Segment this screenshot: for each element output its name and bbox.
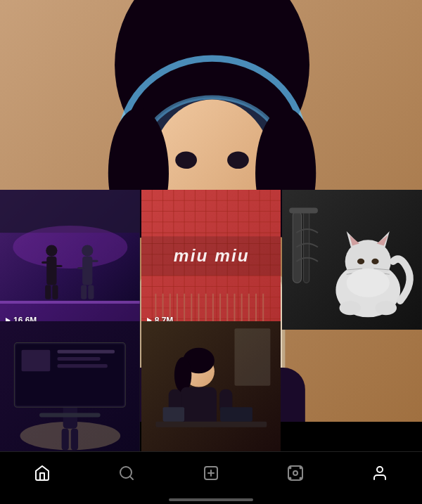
svg-rect-132 (58, 364, 108, 368)
svg-rect-133 (39, 413, 101, 417)
svg-rect-125 (62, 429, 69, 451)
nav-create[interactable] (169, 458, 253, 489)
phone-container: ‹ momo ··· (0, 0, 422, 504)
svg-rect-41 (41, 261, 49, 264)
svg-point-156 (377, 467, 383, 472)
svg-point-153 (300, 467, 302, 469)
svg-line-146 (130, 477, 133, 479)
svg-rect-44 (52, 285, 58, 299)
svg-rect-49 (81, 285, 87, 299)
posts-grid: miu miu 6.4M (0, 190, 422, 451)
svg-point-110 (372, 259, 379, 264)
svg-rect-129 (22, 350, 51, 372)
svg-point-116 (347, 269, 390, 297)
svg-text:miu miu: miu miu (174, 246, 250, 265)
svg-point-45 (82, 245, 93, 256)
grid-item-6[interactable] (141, 321, 281, 451)
svg-point-154 (290, 478, 291, 479)
svg-rect-142 (155, 422, 267, 427)
grid-item-5[interactable] (0, 321, 140, 451)
svg-rect-42 (55, 265, 62, 267)
nav-profile[interactable] (338, 458, 422, 489)
svg-rect-46 (82, 257, 92, 285)
svg-rect-126 (71, 429, 78, 451)
svg-rect-47 (91, 260, 98, 262)
home-indicator-bar (169, 498, 253, 501)
svg-rect-139 (181, 387, 217, 427)
grid-item-4[interactable] (282, 190, 422, 330)
svg-rect-144 (220, 407, 252, 421)
svg-rect-131 (58, 357, 101, 361)
svg-point-151 (293, 471, 298, 475)
svg-rect-52 (0, 301, 140, 304)
grid-item-3[interactable]: miu miu 8.7M (141, 190, 281, 330)
svg-rect-50 (88, 285, 94, 299)
nav-reels[interactable] (253, 458, 338, 489)
svg-point-117 (340, 301, 362, 315)
svg-rect-143 (162, 407, 184, 421)
svg-point-118 (376, 301, 397, 315)
svg-point-39 (46, 245, 57, 256)
svg-point-152 (290, 467, 291, 469)
bottom-nav (0, 451, 422, 500)
nav-search[interactable] (84, 458, 169, 489)
svg-rect-130 (58, 350, 115, 354)
svg-rect-101 (304, 212, 309, 283)
svg-point-155 (300, 478, 302, 479)
nav-home[interactable] (0, 458, 84, 489)
svg-rect-48 (77, 267, 84, 269)
svg-rect-40 (46, 257, 56, 285)
svg-point-38 (13, 226, 127, 269)
svg-rect-43 (45, 285, 51, 299)
svg-rect-135 (234, 328, 270, 386)
svg-point-109 (357, 259, 364, 264)
svg-rect-102 (290, 207, 319, 213)
home-indicator (0, 500, 422, 504)
grid-item-2[interactable]: 16.6M (0, 190, 140, 330)
